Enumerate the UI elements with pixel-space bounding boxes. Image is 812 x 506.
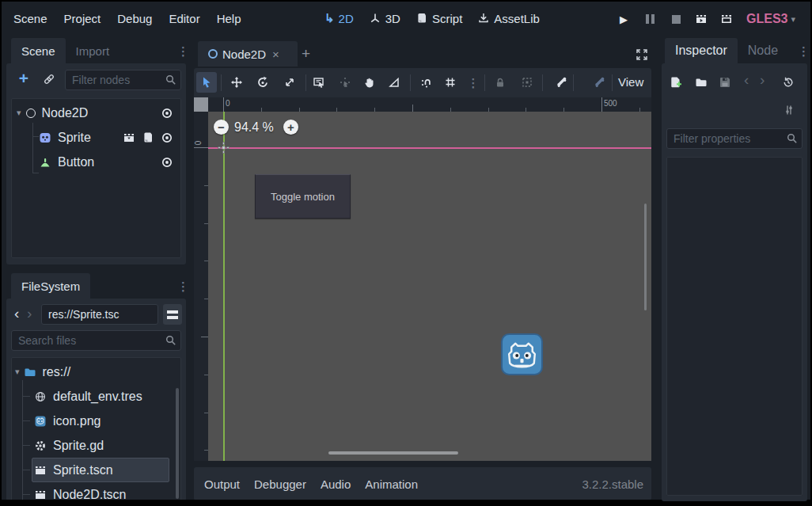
tab-node[interactable]: Node [738,38,788,63]
tab-inspector[interactable]: Inspector [665,38,738,63]
pause-button[interactable] [642,11,658,27]
view-menu[interactable]: View [618,75,643,89]
bottom-tab-debugger[interactable]: Debugger [254,477,306,491]
display-mode-toggle[interactable] [163,304,182,325]
object-history-button[interactable] [780,74,796,90]
play-custom-scene-button[interactable] [719,11,734,27]
file-row-spritetscn[interactable]: Sprite.tscn [12,458,180,482]
pan-tool[interactable] [359,72,380,93]
folder-icon [24,366,36,379]
folder-open-icon [695,76,708,89]
save-resource-button[interactable] [717,74,733,90]
scene-dock-menu-icon[interactable]: ⋮ [177,45,189,57]
snap-options-menu[interactable]: ⋮ [463,72,484,93]
bottom-tab-animation[interactable]: Animation [365,477,418,491]
video-driver-select[interactable]: GLES3 ▾ [746,12,795,26]
filesystem-dock-menu-icon[interactable]: ⋮ [177,280,189,292]
play-scene-button[interactable] [693,11,709,27]
visibility-icon[interactable] [160,131,174,145]
workspace-assetlib[interactable]: AssetLib [477,11,540,25]
menu-debug[interactable]: Debug [117,12,152,25]
file-tree-scrollbar[interactable] [176,388,179,499]
new-scene-tab-button[interactable]: + [302,45,310,63]
chevron-down-icon: ▾ [791,14,795,25]
scale-tool[interactable] [279,72,300,93]
file-row-iconpng[interactable]: icon.png [12,409,180,433]
expand-arrow-icon[interactable]: ▾ [17,108,21,118]
search-files-input[interactable] [11,330,181,351]
godot-sprite[interactable] [501,333,543,375]
visibility-icon[interactable] [160,155,174,169]
menu-scene[interactable]: Scene [13,12,47,25]
play-button[interactable]: ▶ [616,11,632,27]
game-button-toggle-motion[interactable]: Toggle motion [255,174,351,219]
skeleton-options-button[interactable] [551,72,571,93]
nav-forward-button[interactable]: › [27,305,32,322]
nav-back-button[interactable]: ‹ [14,305,19,322]
bottom-tab-audio[interactable]: Audio [321,477,351,491]
new-resource-button[interactable] [668,74,684,90]
workspace-3d[interactable]: 3D [369,11,400,25]
inspector-dock-menu-icon[interactable]: ⋮ [798,45,810,57]
tree-row-sprite[interactable]: Sprite [12,125,180,150]
tab-filesystem[interactable]: FileSystem [11,273,90,299]
select-tool[interactable] [196,72,217,93]
list-select-tool[interactable] [309,72,329,93]
move-tool[interactable] [226,72,247,93]
viewport-canvas[interactable]: − 94.4 % + Toggle motion [208,112,651,461]
button-icon [39,156,51,169]
attached-script-icon[interactable] [141,131,155,145]
ruler-corner[interactable] [194,97,208,112]
filter-properties-input[interactable] [666,128,803,149]
menubar: Scene Project Debug Editor Help ↳ 2D 3D … [2,2,810,36]
file-row-spritegd[interactable]: Sprite.gd [12,433,180,458]
visibility-icon[interactable] [160,106,174,120]
instance-scene-button[interactable] [41,71,57,87]
bottom-tab-output[interactable]: Output [204,477,240,491]
load-resource-button[interactable] [693,74,709,90]
workspace-script[interactable]: Script [415,11,462,25]
rotate-tool[interactable] [252,72,273,93]
lock-object-button[interactable] [490,72,510,93]
file-row-res[interactable]: ▾ res:// [12,360,180,384]
canvas-vertical-scrollbar[interactable] [644,204,647,310]
lock-icon [494,76,507,89]
tree-row-button[interactable]: Button [12,150,180,174]
expand-arrow-icon[interactable]: ▾ [15,367,20,377]
scene-tab-node2d[interactable]: Node2D × [198,41,298,67]
grid-snap-toggle[interactable] [440,72,461,93]
tool-menu-button[interactable] [782,103,796,117]
distraction-free-button[interactable] [634,47,650,63]
ruler-tool[interactable] [384,72,404,93]
history-forward-button[interactable]: › [760,71,765,89]
tree-row-node2d[interactable]: ▾ Node2D [12,101,180,125]
tab-import[interactable]: Import [66,38,120,63]
zoom-out-button[interactable]: − [214,120,229,135]
smart-snap-icon [420,76,433,89]
stop-button[interactable] [668,11,684,27]
tab-scene[interactable]: Scene [11,38,66,63]
zoom-in-button[interactable]: + [283,120,298,135]
file-row-defaultenv[interactable]: default_env.tres [12,384,180,409]
filter-nodes-input[interactable] [65,70,181,90]
toolbar-separator [221,74,222,91]
move-tool-icon [230,76,243,89]
scene-instance-icon[interactable] [122,131,136,145]
path-field [41,304,158,325]
file-label: Sprite.gd [53,439,104,453]
menu-help[interactable]: Help [217,12,241,25]
add-node-button[interactable]: + [16,70,32,87]
group-object-button[interactable] [517,72,537,93]
menu-editor[interactable]: Editor [169,12,199,25]
history-back-button[interactable]: ‹ [744,71,749,89]
workspace-2d[interactable]: ↳ 2D [324,11,354,25]
pixel-snap-tool[interactable] [335,72,355,93]
bone-icon [555,76,567,89]
zoom-level[interactable]: 94.4 % [234,120,274,135]
smart-snap-toggle[interactable] [416,72,437,93]
menu-project[interactable]: Project [64,12,101,25]
ik-chain-button[interactable] [589,72,609,93]
canvas-horizontal-scrollbar[interactable] [328,451,458,455]
path-input[interactable] [41,304,158,325]
close-icon[interactable]: × [272,48,279,61]
